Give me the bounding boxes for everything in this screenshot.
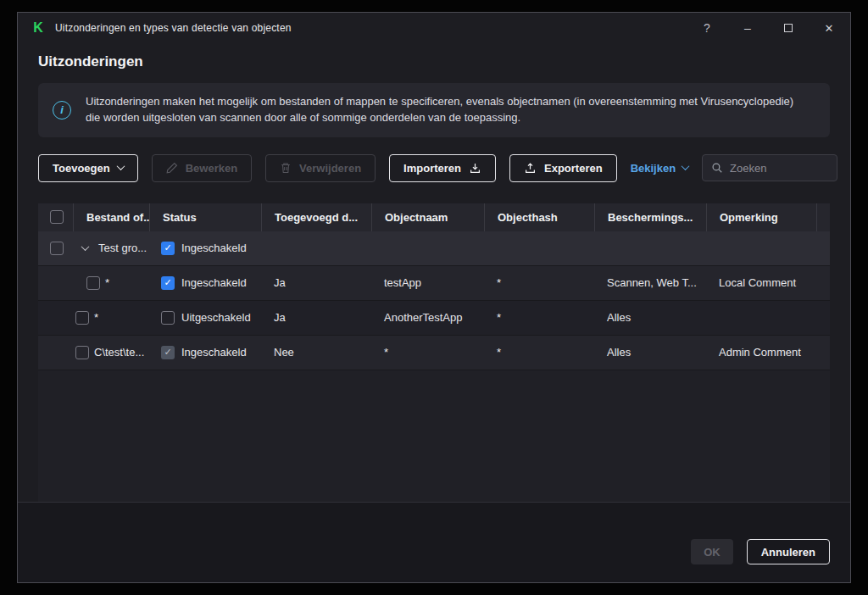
- pencil-icon: [166, 162, 178, 174]
- exclusions-table: Bestand of... Status Toegevoegd d... Obj…: [38, 203, 830, 504]
- cell-object-name: testApp: [371, 266, 484, 300]
- trash-icon: [280, 162, 292, 174]
- help-button[interactable]: [694, 17, 720, 39]
- column-header-status[interactable]: Status: [149, 203, 261, 231]
- row-select-checkbox[interactable]: [75, 346, 89, 359]
- row-select-checkbox[interactable]: [50, 242, 64, 255]
- column-header-toegevoegd[interactable]: Toegevoegd d...: [261, 203, 371, 231]
- info-text: Uitzonderingen maken het mogelijk om bes…: [86, 94, 802, 126]
- toolbar: Toevoegen Bewerken Verwijderen Importere…: [38, 154, 830, 182]
- column-header-objectnaam[interactable]: Objectnaam: [371, 203, 484, 231]
- add-button-label: Toevoegen: [53, 162, 110, 175]
- cell-object-name: *: [371, 336, 484, 370]
- table-row-group[interactable]: Test gro... Ingeschakeld: [38, 231, 830, 266]
- info-icon: [53, 101, 71, 120]
- cell-protection: Alles: [594, 336, 706, 370]
- page-title: Uitzonderingen: [38, 53, 830, 70]
- cell-comment: Local Comment: [706, 266, 816, 300]
- collapse-chevron-icon[interactable]: [81, 242, 90, 251]
- chevron-down-icon: [682, 162, 690, 170]
- column-header-objecthash[interactable]: Objecthash: [484, 203, 594, 231]
- table-row[interactable]: * Uitgeschakeld Ja AnotherTestApp * Alle…: [38, 301, 830, 336]
- search-input[interactable]: [730, 162, 828, 175]
- delete-button[interactable]: Verwijderen: [265, 154, 376, 182]
- ok-button[interactable]: OK: [691, 539, 733, 564]
- dialog-footer: OK Annuleren: [18, 502, 850, 582]
- column-header-bestand[interactable]: Bestand of...: [73, 203, 149, 231]
- status-checkbox[interactable]: [161, 242, 175, 255]
- status-label: Ingeschakeld: [181, 242, 247, 254]
- chevron-down-icon: [116, 162, 125, 170]
- export-icon: [524, 162, 537, 175]
- search-box: [702, 154, 837, 181]
- edit-button-label: Bewerken: [186, 162, 237, 175]
- status-label: Ingeschakeld: [181, 276, 247, 289]
- delete-button-label: Verwijderen: [299, 162, 361, 175]
- window-title: Uitzonderingen en types van detectie van…: [55, 22, 292, 34]
- view-menu-label: Bekijken: [631, 162, 676, 175]
- status-checkbox[interactable]: [161, 276, 175, 290]
- edit-button[interactable]: Bewerken: [152, 154, 252, 182]
- import-button-label: Importeren: [403, 162, 461, 175]
- cell-comment: [706, 301, 816, 335]
- maximize-button[interactable]: [776, 17, 801, 39]
- status-checkbox: [161, 346, 175, 359]
- table-row[interactable]: C\test\te... Ingeschakeld Nee * * Alles …: [38, 336, 830, 370]
- import-button[interactable]: Importeren: [389, 154, 496, 182]
- cancel-button[interactable]: Annuleren: [747, 539, 830, 564]
- column-header-stub: [816, 203, 832, 231]
- close-button[interactable]: [816, 17, 842, 39]
- export-button-label: Exporteren: [544, 162, 603, 175]
- dialog-window: Uitzonderingen en types van detectie van…: [17, 12, 851, 583]
- info-banner: Uitzonderingen maken het mogelijk om bes…: [38, 83, 830, 137]
- table-header-row: Bestand of... Status Toegevoegd d... Obj…: [38, 203, 830, 231]
- status-label: Uitgeschakeld: [181, 311, 251, 324]
- column-header-opmerking[interactable]: Opmerking: [706, 203, 816, 231]
- cell-object-hash: *: [484, 266, 594, 300]
- table-row[interactable]: * Ingeschakeld Ja testApp * Scannen, Web…: [38, 266, 830, 301]
- cell-added-by: Ja: [261, 266, 371, 300]
- group-name: Test gro...: [98, 242, 147, 254]
- row-select-checkbox[interactable]: [86, 276, 100, 290]
- titlebar: Uitzonderingen en types van detectie van…: [18, 13, 850, 43]
- minimize-button[interactable]: [735, 17, 760, 39]
- view-menu-button[interactable]: Bekijken: [631, 162, 688, 175]
- add-button[interactable]: Toevoegen: [38, 154, 138, 182]
- cell-object-hash: *: [484, 301, 594, 335]
- kaspersky-logo-icon: [30, 19, 47, 36]
- cell-name: *: [105, 276, 109, 289]
- cell-object-hash: *: [484, 336, 594, 370]
- search-icon: [711, 162, 723, 174]
- select-all-checkbox[interactable]: [50, 210, 64, 224]
- cell-added-by: Nee: [261, 336, 371, 370]
- import-icon: [469, 162, 481, 175]
- status-checkbox[interactable]: [161, 311, 175, 325]
- cell-object-name: AnotherTestApp: [371, 301, 484, 335]
- cell-added-by: Ja: [261, 301, 371, 335]
- cell-protection: Alles: [594, 301, 706, 335]
- window-controls: [694, 17, 842, 39]
- cell-name: C\test\te...: [94, 346, 144, 359]
- row-select-checkbox[interactable]: [75, 311, 89, 325]
- column-header-beschermings[interactable]: Beschermings...: [594, 203, 706, 231]
- cell-comment: Admin Comment: [706, 336, 816, 370]
- status-label: Ingeschakeld: [181, 346, 247, 359]
- cell-name: *: [94, 311, 98, 324]
- cell-protection: Scannen, Web T...: [594, 266, 706, 300]
- export-button[interactable]: Exporteren: [509, 154, 617, 182]
